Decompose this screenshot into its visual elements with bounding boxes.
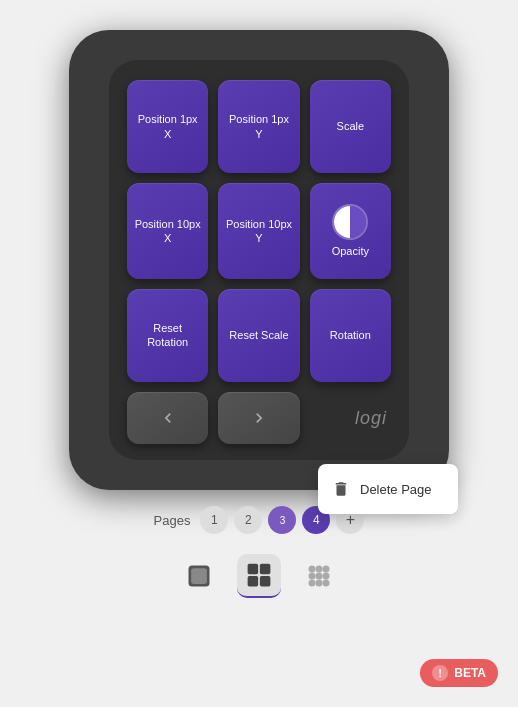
svg-point-7: [316, 566, 323, 573]
svg-rect-3: [260, 564, 271, 575]
reset-scale-button[interactable]: Reset Scale: [218, 289, 299, 382]
rotation-button[interactable]: Rotation: [310, 289, 391, 382]
delete-page-label: Delete Page: [360, 482, 432, 497]
next-button[interactable]: [218, 392, 299, 444]
delete-page-menu-item[interactable]: Delete Page: [318, 472, 458, 506]
chevron-left-icon: [158, 408, 178, 428]
svg-rect-5: [260, 576, 271, 587]
trash-icon: [332, 480, 350, 498]
svg-point-11: [323, 573, 330, 580]
svg-point-12: [309, 580, 316, 587]
pos10x-button[interactable]: Position 10px X: [127, 183, 208, 279]
beta-badge[interactable]: ! BETA: [420, 659, 498, 687]
bottom-area: Delete Page Pages 1 2 3 4 +: [0, 506, 518, 534]
dots-view-icon: [305, 562, 333, 590]
logi-logo: logi: [310, 392, 391, 444]
beta-info-icon: !: [432, 665, 448, 681]
beta-label: BETA: [454, 666, 486, 680]
svg-rect-4: [248, 576, 259, 587]
grid-view-icon: [245, 561, 273, 589]
chevron-right-icon: [249, 408, 269, 428]
page-1[interactable]: 1: [200, 506, 228, 534]
button-grid: Position 1px X Position 1px Y Scale Posi…: [127, 80, 391, 382]
device: Position 1px X Position 1px Y Scale Posi…: [69, 30, 449, 490]
view-switcher: [0, 554, 518, 598]
svg-point-13: [316, 580, 323, 587]
svg-point-8: [323, 566, 330, 573]
prev-button[interactable]: [127, 392, 208, 444]
bottom-row: logi: [127, 392, 391, 444]
page-3[interactable]: 3: [268, 506, 296, 534]
pos1y-button[interactable]: Position 1px Y: [218, 80, 299, 173]
single-view-icon: [185, 562, 213, 590]
svg-point-14: [323, 580, 330, 587]
svg-point-6: [309, 566, 316, 573]
grid-view-button[interactable]: [237, 554, 281, 598]
opacity-icon: [332, 204, 368, 240]
svg-rect-2: [248, 564, 259, 575]
device-container: Position 1px X Position 1px Y Scale Posi…: [0, 0, 518, 490]
context-menu: Delete Page: [318, 464, 458, 514]
opacity-button[interactable]: Opacity: [310, 183, 391, 279]
reset-rotation-button[interactable]: Reset Rotation: [127, 289, 208, 382]
single-view-button[interactable]: [177, 554, 221, 598]
svg-point-10: [316, 573, 323, 580]
pages-label: Pages: [154, 513, 191, 528]
scale-button[interactable]: Scale: [310, 80, 391, 173]
svg-point-9: [309, 573, 316, 580]
page-2[interactable]: 2: [234, 506, 262, 534]
pos1x-button[interactable]: Position 1px X: [127, 80, 208, 173]
svg-rect-1: [191, 568, 207, 584]
dots-view-button[interactable]: [297, 554, 341, 598]
device-inner: Position 1px X Position 1px Y Scale Posi…: [109, 60, 409, 460]
pos10y-button[interactable]: Position 10px Y: [218, 183, 299, 279]
